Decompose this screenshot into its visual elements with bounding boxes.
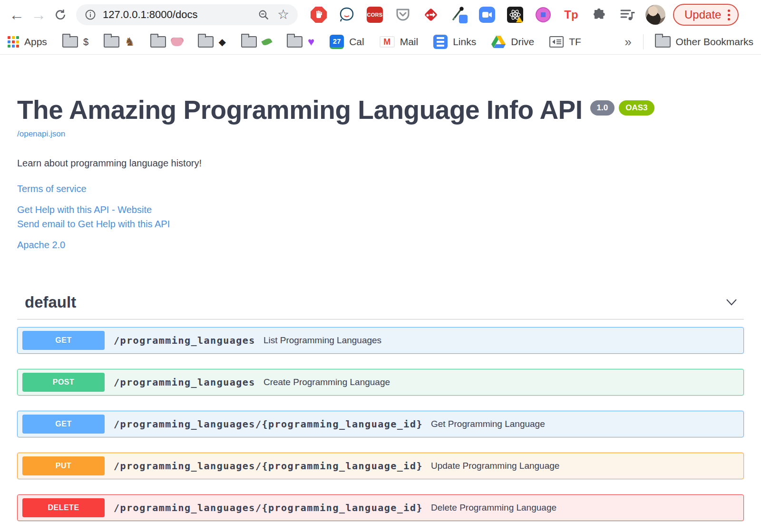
endpoint-summary: Get Programming Language xyxy=(431,419,545,429)
bookmarks-bar: Apps $ ♞ ◆ ♥ 27 Cal M Mail Links xyxy=(0,29,761,55)
endpoint-row-put[interactable]: PUT /programming_languages/{programming_… xyxy=(17,453,744,479)
endpoint-row-get[interactable]: GET /programming_languages/{programming_… xyxy=(17,411,744,437)
endpoint-row-post[interactable]: POST /programming_languages Create Progr… xyxy=(17,369,744,396)
terms-of-service-link[interactable]: Terms of service xyxy=(17,184,744,194)
calendar-day: 27 xyxy=(333,37,341,45)
site-info-icon[interactable] xyxy=(85,9,96,20)
page-title: The Amazing Programming Language Info AP… xyxy=(17,96,583,125)
bookmark-calendar[interactable]: 27 Cal xyxy=(330,35,364,49)
chat-bubble-icon[interactable] xyxy=(338,6,355,23)
zoom-out-icon[interactable] xyxy=(258,9,270,21)
back-icon[interactable]: ← xyxy=(6,4,28,26)
openapi-json-link[interactable]: /openapi.json xyxy=(17,129,65,139)
bookmark-dollar-folder[interactable]: $ xyxy=(62,36,88,48)
warning-triangle-icon xyxy=(516,17,523,22)
folder-icon xyxy=(241,36,257,48)
endpoint-path: /programming_languages/{programming_lang… xyxy=(114,460,423,472)
reload-glyph xyxy=(54,9,67,21)
update-label: Update xyxy=(684,8,721,21)
browser-toolbar: ← → 127.0.0.1:8000/docs ☆ CORS xyxy=(0,0,761,29)
bookmarks-divider xyxy=(643,34,644,49)
react-devtools-icon[interactable] xyxy=(507,6,524,23)
endpoint-summary: Delete Programming Language xyxy=(431,503,556,513)
method-button[interactable]: GET xyxy=(22,331,105,350)
bookmark-apps[interactable]: Apps xyxy=(8,36,47,48)
oas3-badge: OAS3 xyxy=(619,100,654,116)
help-website-link[interactable]: Get Help with this API - Website xyxy=(17,204,744,215)
endpoint-path: /programming_languages xyxy=(114,335,255,346)
folder-emoji xyxy=(261,37,272,47)
adblock-stop-hand-icon[interactable] xyxy=(310,6,327,23)
endpoint-summary: Create Programming Language xyxy=(263,377,390,387)
url-text[interactable]: 127.0.0.1:8000/docs xyxy=(103,9,250,21)
bookmark-links[interactable]: Links xyxy=(433,35,476,49)
folder-emoji: ◆ xyxy=(219,37,226,47)
mail-label: Mail xyxy=(400,36,419,48)
links-icon xyxy=(433,35,448,49)
zoom-video-icon[interactable] xyxy=(478,6,496,23)
pocket-icon[interactable] xyxy=(394,6,411,23)
update-button[interactable]: Update xyxy=(673,4,739,26)
method-button[interactable]: GET xyxy=(22,415,105,434)
cors-extension-icon[interactable]: CORS xyxy=(366,6,383,23)
endpoint-summary: List Programming Languages xyxy=(263,335,381,346)
puzzle-extensions-icon[interactable] xyxy=(591,6,608,23)
bookmark-mail[interactable]: M Mail xyxy=(380,36,419,48)
license-link[interactable]: Apache 2.0 xyxy=(17,240,744,251)
bookmark-carousel-horse-folder[interactable]: ♞ xyxy=(104,36,135,48)
endpoint-row-get[interactable]: GET /programming_languages List Programm… xyxy=(17,327,744,354)
api-description: Learn about programming language history… xyxy=(17,158,744,169)
endpoint-summary: Update Programming Language xyxy=(431,461,559,471)
forward-icon[interactable]: → xyxy=(28,4,49,26)
bookmark-graduation-cap-folder[interactable]: ◆ xyxy=(198,36,226,48)
profile-avatar[interactable] xyxy=(645,5,665,25)
folder-emoji xyxy=(171,38,183,46)
bookmark-purple-heart-folder[interactable]: ♥ xyxy=(287,36,314,48)
cors-label: CORS xyxy=(367,7,383,23)
folder-emoji: $ xyxy=(83,37,88,47)
bookmarks-right-group: » Other Bookmarks xyxy=(624,34,753,49)
gmail-m: M xyxy=(383,37,390,47)
calendar-label: Cal xyxy=(349,36,364,48)
bookmark-drive[interactable]: Drive xyxy=(491,36,534,48)
bookmarks-overflow-chevron-icon[interactable]: » xyxy=(624,35,631,49)
bookmark-tf[interactable]: TF xyxy=(549,36,581,48)
browser-menu-icon[interactable] xyxy=(728,10,730,20)
tp-extension-icon[interactable]: Tp xyxy=(563,6,580,23)
bookmark-folders: $ ♞ ◆ ♥ xyxy=(62,36,330,48)
method-button[interactable]: POST xyxy=(22,373,105,392)
bookmark-herb-folder[interactable] xyxy=(241,36,272,48)
swagger-docs-page: The Amazing Programming Language Info AP… xyxy=(0,96,761,521)
other-bookmarks[interactable]: Other Bookmarks xyxy=(655,36,753,48)
endpoint-list: GET /programming_languages List Programm… xyxy=(17,327,744,521)
apps-grid-icon xyxy=(8,36,19,48)
section-header-default[interactable]: default xyxy=(17,293,744,319)
chevron-down-icon[interactable] xyxy=(726,299,737,306)
music-playlist-icon[interactable] xyxy=(619,6,636,23)
endpoint-path: /programming_languages xyxy=(114,377,255,388)
extension-strip: CORS Tp xyxy=(310,6,636,23)
reload-icon[interactable] xyxy=(49,4,71,26)
apps-label: Apps xyxy=(24,36,47,48)
api-title-block: The Amazing Programming Language Info AP… xyxy=(17,96,744,125)
title-badges: 1.0 OAS3 xyxy=(590,100,654,116)
drive-label: Drive xyxy=(511,36,534,48)
tp-label: Tp xyxy=(564,8,578,21)
endpoint-row-delete[interactable]: DELETE /programming_languages/{programmi… xyxy=(17,494,744,521)
method-button[interactable]: DELETE xyxy=(22,498,105,517)
pinwheel-flower-icon[interactable] xyxy=(535,6,552,23)
method-button[interactable]: PUT xyxy=(22,456,105,475)
other-bookmarks-label: Other Bookmarks xyxy=(676,36,753,48)
color-swatch xyxy=(459,15,468,23)
folder-emoji: ♥ xyxy=(308,36,314,48)
bookmark-brain-folder[interactable] xyxy=(150,36,183,48)
drive-icon xyxy=(491,36,506,48)
url-bar[interactable]: 127.0.0.1:8000/docs ☆ xyxy=(76,4,298,25)
bookmark-star-icon[interactable]: ☆ xyxy=(277,8,289,21)
help-email-link[interactable]: Send email to Get Help with this API xyxy=(17,219,744,230)
folder-icon xyxy=(198,36,214,48)
eyedropper-color-picker-icon[interactable] xyxy=(450,6,468,23)
redirect-diamond-icon[interactable] xyxy=(422,6,439,23)
folder-icon xyxy=(150,36,166,48)
calendar-icon: 27 xyxy=(330,35,344,49)
